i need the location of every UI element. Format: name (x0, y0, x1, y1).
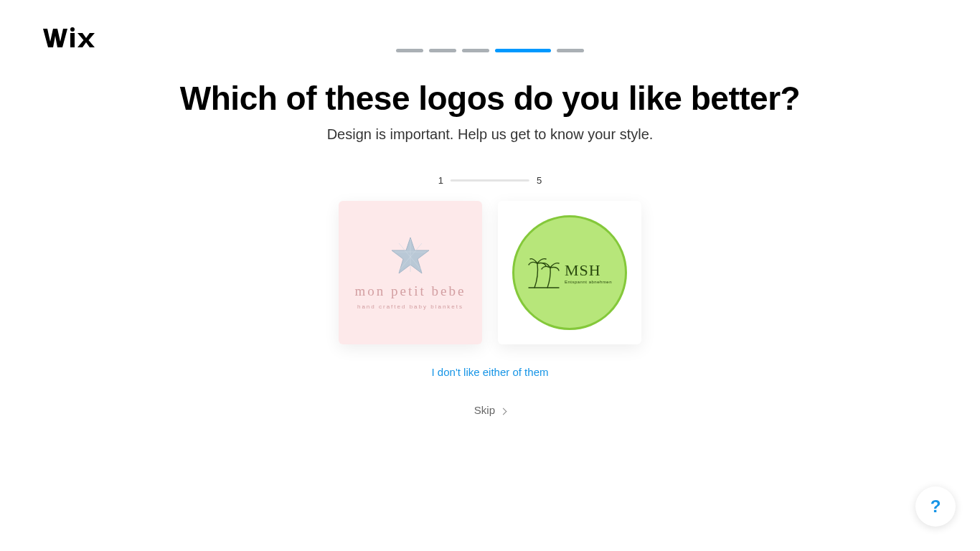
skip-button[interactable]: Skip (0, 404, 980, 416)
step-4-active (495, 49, 551, 52)
svg-rect-0 (70, 33, 75, 47)
star-icon (390, 236, 430, 275)
mini-progress-current: 1 (438, 175, 443, 186)
logo-a-brand-text: mon petit bebe (355, 283, 466, 299)
logo-option-b[interactable]: MSH Entspannt abnehmen (498, 201, 641, 344)
help-button[interactable]: ? (915, 486, 956, 527)
question-mark-icon: ? (930, 496, 941, 517)
logo-b-brand-text: MSH (565, 261, 601, 280)
mini-progress: 1 5 (438, 175, 542, 186)
chevron-right-icon (500, 408, 507, 415)
logo-b-tagline: Entspannt abnehmen (565, 280, 612, 284)
svg-point-1 (70, 27, 75, 32)
step-3 (462, 49, 489, 52)
progress-stepper (396, 49, 584, 52)
page-subtitle: Design is important. Help us get to know… (0, 126, 980, 143)
logo-b-text-block: MSH Entspannt abnehmen (565, 261, 612, 284)
logo-choice-row: mon petit bebe hand crafted baby blanket… (339, 201, 641, 344)
wix-logo (43, 27, 99, 55)
palm-tree-icon (527, 255, 560, 291)
skip-label: Skip (474, 404, 495, 416)
logo-option-b-art: MSH Entspannt abnehmen (512, 215, 627, 330)
step-2 (429, 49, 456, 52)
mini-progress-total: 5 (537, 175, 542, 186)
logo-a-tagline: hand crafted baby blankets (357, 303, 463, 310)
logo-option-a-art: mon petit bebe hand crafted baby blanket… (339, 201, 482, 344)
wix-logo-svg (43, 27, 99, 49)
page-title: Which of these logos do you like better? (0, 79, 980, 118)
logo-option-a[interactable]: mon petit bebe hand crafted baby blanket… (339, 201, 482, 344)
mini-progress-bar (451, 179, 529, 182)
step-5 (557, 49, 584, 52)
step-1 (396, 49, 423, 52)
dislike-both-link[interactable]: I don't like either of them (0, 366, 980, 378)
